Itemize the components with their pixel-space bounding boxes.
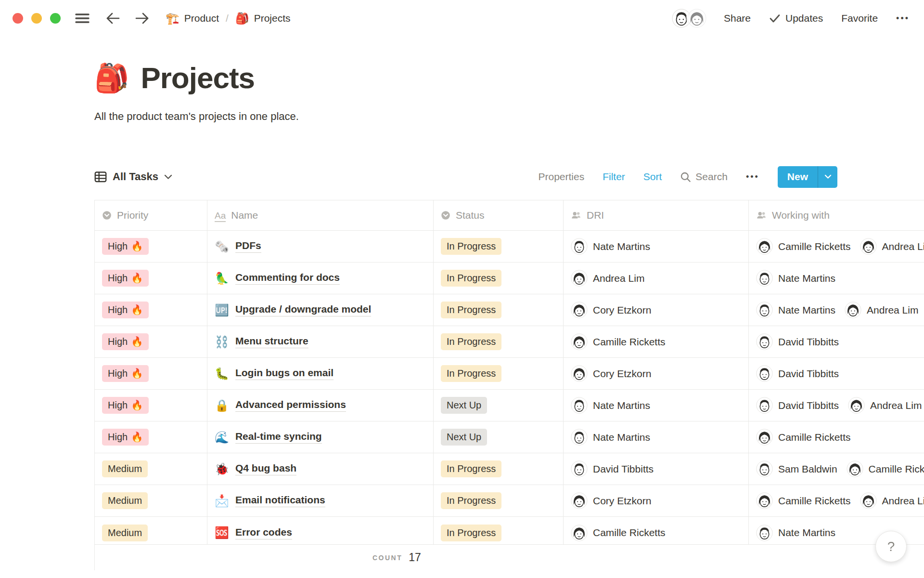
person-chip[interactable]: Nate Martins [571, 397, 650, 414]
person-chip[interactable]: David Tibbitts [571, 460, 654, 477]
properties-button[interactable]: Properties [538, 171, 584, 183]
name-cell[interactable]: 🦜Commenting for docs [207, 263, 434, 294]
person-chip[interactable]: David Tibbitts [756, 333, 839, 350]
person-chip[interactable]: Cory Etzkorn [571, 302, 651, 318]
status-cell[interactable]: In Progress [434, 263, 564, 294]
breadcrumb-item-projects[interactable]: 🎒 Projects [235, 12, 291, 25]
person-chip[interactable]: Camille Ricketts [756, 238, 851, 255]
new-dropdown-chevron-icon[interactable] [818, 166, 837, 188]
help-button[interactable]: ? [875, 531, 907, 562]
person-chip[interactable]: Camille Ricketts [756, 429, 851, 446]
person-chip[interactable]: Camille Ricketts [571, 333, 666, 350]
priority-cell[interactable]: Medium [95, 517, 207, 544]
status-cell[interactable]: In Progress [434, 326, 564, 357]
priority-cell[interactable]: High🔥 [95, 263, 207, 294]
person-chip[interactable]: Nate Martins [756, 270, 835, 287]
zoom-window-button[interactable] [50, 13, 61, 24]
person-chip[interactable]: David Tibbitts [756, 365, 839, 382]
dri-cell[interactable]: Camille Ricketts [564, 326, 749, 357]
person-chip[interactable]: Andrea Lim [848, 397, 922, 414]
working-with-cell[interactable]: Camille Ricketts [749, 421, 924, 453]
task-page-link[interactable]: Real-time syncing [235, 431, 322, 444]
person-chip[interactable]: Nate Martins [571, 429, 650, 446]
priority-cell[interactable]: Medium [95, 453, 207, 485]
column-header-working_with[interactable]: Working with [749, 200, 924, 230]
person-chip[interactable]: Nate Martins [756, 525, 835, 541]
dri-cell[interactable]: Cory Etzkorn [564, 294, 749, 326]
status-cell[interactable]: In Progress [434, 517, 564, 544]
collaborator-avatars[interactable] [671, 8, 707, 29]
working-with-cell[interactable]: Camille RickettsAndrea Lim [749, 485, 924, 516]
share-button[interactable]: Share [724, 13, 751, 24]
dri-cell[interactable]: David Tibbitts [564, 453, 749, 485]
view-more-options-icon[interactable]: ••• [746, 172, 759, 182]
person-chip[interactable]: Cory Etzkorn [571, 365, 651, 382]
close-window-button[interactable] [13, 13, 23, 24]
person-chip[interactable]: Camille Ricketts [756, 492, 851, 509]
task-page-link[interactable]: Menu structure [235, 335, 308, 348]
name-cell[interactable]: 📩Email notifications [207, 485, 434, 516]
updates-button[interactable]: Updates [769, 13, 823, 24]
name-cell[interactable]: 🐞Q4 bug bash [207, 453, 434, 485]
priority-cell[interactable]: High🔥 [95, 231, 207, 262]
name-cell[interactable]: 🌊Real-time syncing [207, 421, 434, 453]
working-with-cell[interactable]: Nate MartinsAndrea Lim [749, 294, 924, 326]
avatar[interactable] [686, 8, 707, 29]
column-header-name[interactable]: AaName [207, 200, 434, 230]
priority-cell[interactable]: High🔥 [95, 358, 207, 389]
task-page-link[interactable]: Commenting for docs [235, 272, 340, 285]
task-page-link[interactable]: PDFs [235, 240, 261, 253]
name-cell[interactable]: ⛓️Menu structure [207, 326, 434, 357]
dri-cell[interactable]: Cory Etzkorn [564, 358, 749, 389]
person-chip[interactable]: David Tibbitts [756, 397, 839, 414]
task-page-link[interactable]: Q4 bug bash [235, 462, 296, 475]
person-chip[interactable]: Camille Ricketts [847, 460, 924, 477]
minimize-window-button[interactable] [31, 13, 42, 24]
status-cell[interactable]: In Progress [434, 294, 564, 326]
column-header-dri[interactable]: DRI [564, 200, 749, 230]
column-header-priority[interactable]: Priority [95, 200, 207, 230]
dri-cell[interactable]: Cory Etzkorn [564, 485, 749, 516]
dri-cell[interactable]: Nate Martins [564, 231, 749, 262]
favorite-button[interactable]: Favorite [841, 13, 878, 24]
task-page-link[interactable]: Error codes [235, 526, 292, 539]
status-cell[interactable]: In Progress [434, 358, 564, 389]
priority-cell[interactable]: High🔥 [95, 390, 207, 421]
dri-cell[interactable]: Andrea Lim [564, 263, 749, 294]
column-header-status[interactable]: Status [434, 200, 564, 230]
new-button[interactable]: New [778, 166, 837, 188]
person-chip[interactable]: Cory Etzkorn [571, 492, 651, 509]
person-chip[interactable]: Andrea Lim [860, 238, 924, 255]
forward-arrow-icon[interactable] [133, 10, 151, 26]
person-chip[interactable]: Camille Ricketts [571, 525, 666, 541]
priority-cell[interactable]: High🔥 [95, 421, 207, 453]
person-chip[interactable]: Nate Martins [756, 302, 835, 318]
status-cell[interactable]: In Progress [434, 485, 564, 516]
count-footer[interactable]: COUNT 17 [95, 544, 924, 570]
person-chip[interactable]: Andrea Lim [571, 270, 644, 287]
dri-cell[interactable]: Nate Martins [564, 390, 749, 421]
name-cell[interactable]: 🔒Advanced permissions [207, 390, 434, 421]
status-cell[interactable]: In Progress [434, 231, 564, 262]
priority-cell[interactable]: Medium [95, 485, 207, 516]
person-chip[interactable]: Andrea Lim [860, 492, 924, 509]
page-backpack-icon[interactable]: 🎒 [94, 64, 129, 92]
task-page-link[interactable]: Advanced permissions [235, 399, 346, 412]
filter-button[interactable]: Filter [603, 171, 625, 183]
task-page-link[interactable]: Login bugs on email [235, 367, 334, 380]
status-cell[interactable]: Next Up [434, 421, 564, 453]
name-cell[interactable]: 🆘Error codes [207, 517, 434, 544]
name-cell[interactable]: 🆙Upgrade / downgrade model [207, 294, 434, 326]
name-cell[interactable]: 🗞️PDFs [207, 231, 434, 262]
dri-cell[interactable]: Nate Martins [564, 421, 749, 453]
working-with-cell[interactable]: David Tibbitts [749, 326, 924, 357]
working-with-cell[interactable]: David TibbittsAndrea Lim [749, 390, 924, 421]
priority-cell[interactable]: High🔥 [95, 326, 207, 357]
person-chip[interactable]: Sam Baldwin [756, 460, 837, 477]
person-chip[interactable]: Nate Martins [571, 238, 650, 255]
sidebar-menu-icon[interactable] [73, 11, 91, 26]
working-with-cell[interactable]: Camille RickettsAndrea Lim [749, 231, 924, 262]
person-chip[interactable]: Andrea Lim [845, 302, 918, 318]
view-switcher-all-tasks[interactable]: All Tasks [94, 171, 172, 183]
task-page-link[interactable]: Upgrade / downgrade model [235, 303, 371, 316]
